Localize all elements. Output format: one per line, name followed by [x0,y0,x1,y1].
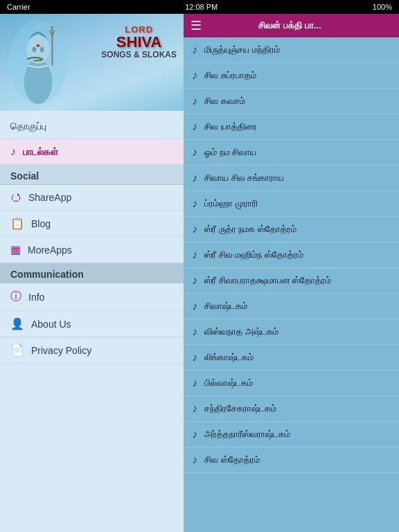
status-bar: Carrier 12:08 PM 100% [0,0,399,14]
music-note-icon: ♪ [192,402,197,415]
info-icon: ⓘ [10,290,21,304]
music-note-icon: ♪ [192,223,197,236]
song-item[interactable]: ♪சிவாய சிவ சங்காராய [184,166,399,191]
song-item[interactable]: ♪பில்வாஷ்டகம் [184,371,399,396]
top-bar: ☰ சிவன் பக்தி பா... [184,14,399,37]
sidebar: LORD SHIVA SONGS & SLOKAS தொகுப்பு ♪ பாட… [0,14,184,532]
music-note-icon: ♪ [192,428,197,441]
nav-item-blog[interactable]: 📋 Blog [0,211,184,237]
song-name: விஸ்வநாத அஷ்டகம் [204,326,278,337]
song-name: ஓம் நம சிவாய [204,147,256,158]
music-note-icon: ♪ [192,95,197,107]
person-icon: 👤 [10,317,24,330]
music-note-icon: ♪ [192,274,197,287]
song-name: லிங்காஷ்டகம் [204,352,254,363]
nav-item-songs[interactable]: ♪ பாடல்கள் [0,139,184,165]
song-name: சிவாஷ்டகம் [204,301,247,312]
sidebar-header: LORD SHIVA SONGS & SLOKAS [0,14,184,111]
blog-label: Blog [31,218,51,229]
song-name: மிருத்யுஞ்சய மந்திரம் [204,44,280,55]
nav-item-collection[interactable]: தொகுப்பு [0,114,184,139]
collection-label: தொகுப்பு [10,121,46,132]
nav-item-shareapp[interactable]: ⭯ ShareApp [0,185,184,211]
song-item[interactable]: ♪ஸ்ரீ ருத்ர நமக ஸ்தோத்ரம் [184,217,399,242]
music-note-icon: ♪ [192,44,197,56]
main-content: LORD SHIVA SONGS & SLOKAS தொகுப்பு ♪ பாட… [0,14,399,532]
moreapps-label: MoreApps [28,245,72,256]
section-social: Social [0,165,184,185]
song-item[interactable]: ♪அர்த்தநாரீஸ்வராஷ்டகம் [184,422,399,447]
song-item[interactable]: ♪விஸ்வநாத அஷ்டகம் [184,319,399,345]
songs-list: ♪மிருத்யுஞ்சய மந்திரம்♪சிவ சுப்ரபாதம்♪சி… [184,37,399,532]
social-label: Social [10,170,39,181]
song-item[interactable]: ♪ஸ்ரீ சிவ மஹிம்ந ஸ்தோத்ரம் [184,242,399,268]
music-note-icon: ♪ [192,300,197,312]
song-item[interactable]: ♪சிவ யாத்திரை [184,114,399,140]
section-communication: Communication [0,263,184,283]
app-title: LORD SHIVA SONGS & SLOKAS [101,24,177,60]
song-name: ஸ்ரீ சிவ மஹிம்ந ஸ்தோத்ரம் [204,249,303,260]
nav-item-info[interactable]: ⓘ Info [0,283,184,311]
song-name: ஸ்ரீ சிவாபராதக்ஷமாபன ஸ்தோத்ரம் [204,275,331,286]
music-note-icon: ♪ [192,326,197,338]
blog-icon: 📋 [10,217,24,230]
battery-text: 100% [373,3,392,11]
info-label: Info [28,292,44,303]
aboutus-label: About Us [31,319,71,330]
song-item[interactable]: ♪லிங்காஷ்டகம் [184,345,399,371]
svg-point-1 [24,59,53,104]
panel-title: சிவன் பக்தி பா... [258,20,321,31]
music-note-icon: ♪ [192,454,197,466]
sidebar-nav: தொகுப்பு ♪ பாடல்கள் Social ⭯ ShareApp 📋 … [0,111,184,367]
music-icon: ♪ [10,145,16,158]
doc-icon: 📄 [10,344,24,357]
time-text: 12:08 PM [185,3,218,11]
song-name: ப்ரம்ஹா முராரி [204,198,258,209]
song-item[interactable]: ♪மிருத்யுஞ்சய மந்திரம் [184,37,399,63]
song-item[interactable]: ♪சந்திரசேகராஷ்டகம் [184,396,399,422]
communication-label: Communication [10,269,84,280]
song-name: சிவ சுப்ரபாதம் [204,70,256,81]
song-name: சிவாய சிவ சங்காராய [204,172,284,184]
song-item[interactable]: ♪சிவ சுப்ரபாதம் [184,63,399,89]
music-note-icon: ♪ [192,197,197,210]
music-note-icon: ♪ [192,172,197,184]
svg-point-5 [36,44,40,47]
nav-item-moreapps[interactable]: ▦ MoreApps [0,237,184,263]
song-item[interactable]: ♪ஸ்ரீ சிவாபராதக்ஷமாபன ஸ்தோத்ரம் [184,268,399,294]
song-name: சிவ யாத்திரை [204,121,257,132]
music-note-icon: ♪ [192,377,197,389]
svg-point-2 [26,35,49,64]
songs-label: பாடல்கள் [23,146,58,158]
nav-item-privacy[interactable]: 📄 Privacy Policy [0,337,184,364]
right-panel: ☰ சிவன் பக்தி பா... ♪மிருத்யுஞ்சய மந்திர… [184,14,399,532]
grid-icon: ▦ [10,243,21,256]
carrier-text: Carrier [7,3,30,11]
music-note-icon: ♪ [192,249,197,261]
song-name: சிவ ஸ்தோத்ரம் [204,454,260,466]
shiva-text: SHIVA [101,35,177,50]
song-name: சந்திரசேகராஷ்டகம் [204,403,276,414]
header-image: LORD SHIVA SONGS & SLOKAS [0,14,184,111]
song-name: அர்த்தநாரீஸ்வராஷ்டகம் [204,429,290,440]
song-item[interactable]: ♪சிவாஷ்டகம் [184,294,399,319]
svg-point-4 [40,47,44,52]
music-note-icon: ♪ [192,146,197,159]
song-name: சிவ கவசம் [204,96,245,107]
hamburger-icon[interactable]: ☰ [190,18,202,33]
shiva-figure [3,17,73,107]
song-item[interactable]: ♪ஓம் நம சிவாய [184,140,399,166]
privacy-label: Privacy Policy [31,345,91,356]
nav-item-aboutus[interactable]: 👤 About Us [0,311,184,337]
shareapp-label: ShareApp [28,192,71,203]
song-item[interactable]: ♪சிவ கவசம் [184,89,399,114]
share-icon: ⭯ [10,191,21,204]
music-note-icon: ♪ [192,121,197,133]
music-note-icon: ♪ [192,351,197,364]
song-item[interactable]: ♪ப்ரம்ஹா முராரி [184,191,399,217]
song-name: பில்வாஷ்டகம் [204,378,253,389]
music-note-icon: ♪ [192,69,197,82]
songs-text: SONGS & SLOKAS [101,50,177,60]
song-item[interactable]: ♪சிவ ஸ்தோத்ரம் [184,447,399,473]
song-name: ஸ்ரீ ருத்ர நமக ஸ்தோத்ரம் [204,224,296,235]
